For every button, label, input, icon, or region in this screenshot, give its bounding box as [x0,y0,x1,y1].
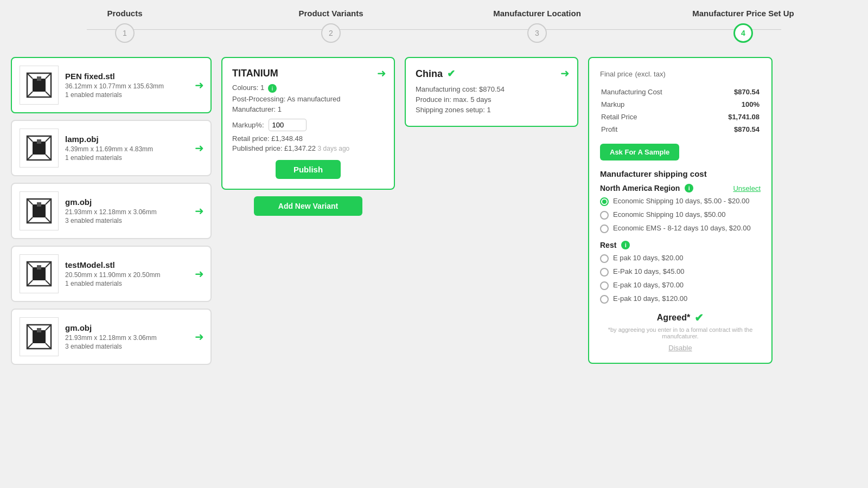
product-card-1[interactable]: lamp.obj 4.39mm x 11.69mm x 4.83mm 1 ena… [11,120,212,176]
svg-line-30 [27,325,33,330]
product-name-1: lamp.obj [65,134,203,144]
price-column: Final price (excl. tax) Manufacturing Co… [588,57,773,364]
product-dims-3: 20.50mm x 11.90mm x 20.50mm [65,271,203,279]
svg-line-9 [27,136,33,142]
shipping-option-rest-3[interactable]: E-pak 10 days, $120.00 [600,294,761,304]
step-products-label: Products [107,9,142,18]
location-arrow[interactable]: ➜ [560,67,570,80]
shipping-option-rest-1-label: E-Pak 10 days, $45.00 [613,267,685,275]
radio-rest-0[interactable] [600,254,609,263]
variant-arrow[interactable]: ➜ [377,67,386,80]
time-ago: 3 days ago [318,145,350,152]
agreed-check-icon: ✔ [694,311,704,324]
shipping-option-north-0[interactable]: Economic Shipping 10 days, $5.00 - $20.0… [600,197,761,206]
step-location-label: Manufacturer Location [493,9,581,18]
step-products-circle[interactable]: 1 [115,23,135,43]
svg-line-4 [27,92,33,97]
product-materials-2: 3 enabled materials [65,217,203,224]
product-arrow-0[interactable]: ➜ [195,79,204,92]
radio-north-0[interactable] [600,197,609,206]
agreed-row: Agreed* ✔ [600,311,761,324]
step-variants-circle[interactable]: 2 [321,23,341,43]
product-thumb-1 [20,129,59,168]
price-row-retail: Retail Price $1,741.08 [601,111,760,123]
svg-line-2 [27,73,33,79]
variants-column: TITANIUM ➜ Colours: 1 i Post-Processing:… [221,57,395,216]
product-materials-4: 3 enabled materials [65,343,203,350]
product-name-4: gm.obj [65,323,203,332]
shipping-option-north-2[interactable]: Economic EMS - 8-12 days 10 days, $20.00 [600,224,761,233]
shipping-option-rest-2[interactable]: E-pak 10 days, $70.00 [600,281,761,290]
price-value-profit: $870.54 [689,124,760,135]
svg-rect-6 [37,76,41,81]
price-row-profit: Profit $870.54 [601,124,760,135]
location-title: China ✔ [416,68,567,80]
variant-colours: Colours: 1 i [232,84,384,93]
svg-line-17 [46,199,51,204]
publish-button[interactable]: Publish [276,160,341,179]
product-arrow-4[interactable]: ➜ [195,330,204,343]
north-america-info-icon[interactable]: i [685,184,693,192]
product-card-0[interactable]: PEN fixed.stl 36.12mm x 10.77mm x 135.63… [11,57,212,113]
shipping-option-north-2-label: Economic EMS - 8-12 days 10 days, $20.00 [613,224,751,232]
radio-rest-2[interactable] [600,281,609,290]
rest-info-icon[interactable]: i [621,241,630,249]
product-card-3[interactable]: testModel.stl 20.50mm x 11.90mm x 20.50m… [11,246,212,302]
svg-rect-27 [37,265,41,269]
product-arrow-2[interactable]: ➜ [195,204,204,217]
svg-rect-20 [37,202,41,207]
product-arrow-3[interactable]: ➜ [195,267,204,280]
ask-sample-button[interactable]: Ask For A Sample [600,144,679,160]
svg-line-24 [46,262,51,267]
product-thumb-0 [20,66,59,105]
svg-line-10 [46,136,51,142]
location-check-icon: ✔ [447,68,455,80]
price-label-retail: Retail Price [601,111,688,123]
radio-north-2[interactable] [600,224,609,233]
svg-line-33 [46,343,51,349]
markup-input[interactable] [269,119,307,131]
agreed-label: Agreed* [657,313,690,323]
markup-row: Markup%: [232,119,384,131]
step-products: Products 1 [22,9,228,43]
colours-info-icon[interactable]: i [268,84,277,93]
final-price-title: Final price (excl. tax) [600,69,761,79]
shipping-option-rest-1[interactable]: E-Pak 10 days, $45.00 [600,267,761,277]
shipping-option-north-1[interactable]: Economic Shipping 10 days, $50.00 [600,210,761,220]
step-location-circle[interactable]: 3 [527,23,547,43]
price-card: Final price (excl. tax) Manufacturing Co… [588,57,773,364]
product-materials-0: 1 enabled materials [65,91,203,99]
svg-line-32 [27,343,33,349]
shipping-option-rest-0[interactable]: E pak 10 days, $20.00 [600,254,761,263]
add-variant-button[interactable]: Add New Variant [254,196,362,216]
rest-section: Rest i E pak 10 days, $20.00 E-Pak 10 da… [600,241,761,304]
manufacturing-cost-row: Manufacturing cost: $870.54 [416,85,567,93]
radio-north-1[interactable] [600,211,609,220]
shipping-option-rest-3-label: E-pak 10 days, $120.00 [613,294,687,303]
rest-title: Rest i [600,241,761,249]
svg-line-26 [46,280,51,286]
svg-rect-34 [37,328,41,332]
product-name-3: testModel.stl [65,260,203,269]
produce-in-row: Produce in: max. 5 days [416,95,567,104]
radio-rest-3[interactable] [600,295,609,304]
price-value-manufacturing: $870.54 [689,86,760,98]
shipping-option-rest-2-label: E-pak 10 days, $70.00 [613,281,684,289]
product-info-0: PEN fixed.stl 36.12mm x 10.77mm x 135.63… [65,72,203,99]
retail-price-row: Retail price: £1,348.48 [232,134,384,143]
location-column: China ✔ ➜ Manufacturing cost: $870.54 Pr… [405,57,578,127]
svg-line-18 [27,217,33,223]
product-card-4[interactable]: gm.obj 21.93mm x 12.18mm x 3.06mm 3 enab… [11,309,212,365]
price-value-markup: 100% [689,99,760,110]
price-label-markup: Markup [601,99,688,110]
svg-line-3 [46,73,51,79]
svg-line-31 [46,325,51,330]
product-card-2[interactable]: gm.obj 21.93mm x 12.18mm x 3.06mm 3 enab… [11,183,212,239]
step-price-circle[interactable]: 4 [733,23,753,43]
radio-rest-1[interactable] [600,268,609,277]
disable-link[interactable]: Disable [600,344,761,352]
product-arrow-1[interactable]: ➜ [195,142,204,155]
unselect-link[interactable]: Unselect [733,184,761,192]
step-variants-label: Product Variants [298,9,363,18]
product-info-1: lamp.obj 4.39mm x 11.69mm x 4.83mm 1 ena… [65,134,203,162]
